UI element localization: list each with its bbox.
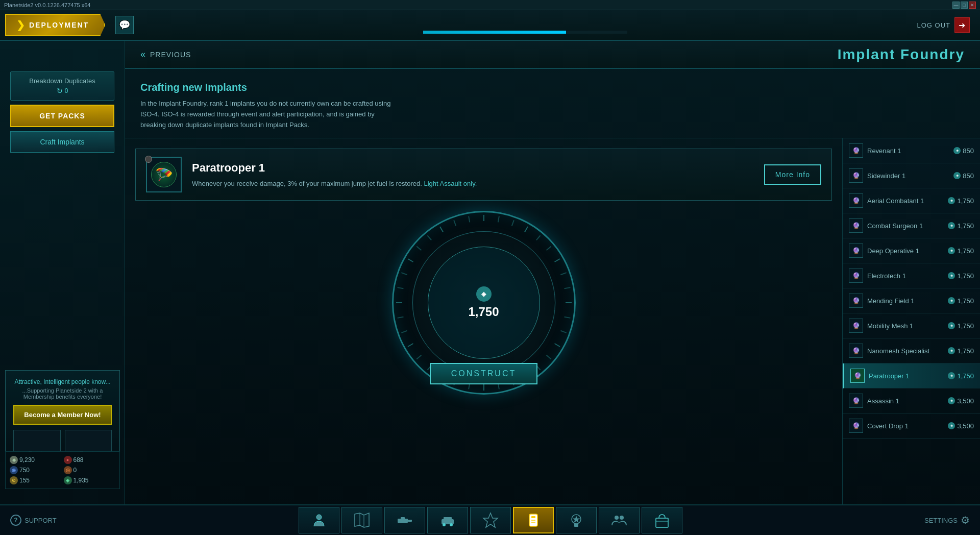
tab-achievements[interactable] bbox=[556, 507, 597, 533]
implant-list-name: Mending Field 1 bbox=[867, 297, 944, 305]
tab-implants[interactable] bbox=[513, 507, 554, 533]
implant-cost-value: 1,750 bbox=[957, 372, 974, 380]
character-icon bbox=[311, 512, 327, 528]
svg-line-32 bbox=[427, 236, 431, 240]
implant-list-item[interactable]: 🔮Sidewinder 1◈850 bbox=[843, 163, 980, 188]
implant-cost-value: 1,750 bbox=[957, 222, 974, 230]
crafting-title: Crafting new Implants bbox=[140, 82, 965, 93]
svg-point-40 bbox=[316, 515, 322, 520]
page-title: Implant Foundry bbox=[838, 46, 965, 63]
implant-list-cost-area: ◈1,750 bbox=[948, 222, 974, 230]
nanites-value: 9,230 bbox=[19, 456, 35, 464]
implant-list-cost-area: ◈1,750 bbox=[948, 247, 974, 255]
implant-list-item[interactable]: 🔮Paratrooper 1◈1,750 bbox=[843, 363, 980, 388]
maximize-button[interactable]: □ bbox=[961, 2, 968, 9]
logout-button[interactable]: LOG OUT ➜ bbox=[917, 17, 970, 33]
craft-implants-button[interactable]: Craft Implants bbox=[10, 131, 114, 153]
implant-list-name: Aerial Combatant 1 bbox=[867, 197, 944, 205]
tab-map[interactable] bbox=[341, 507, 382, 533]
craft-center: ◈ 1,750 bbox=[428, 247, 540, 359]
support-label: SUPPORT bbox=[24, 517, 57, 524]
previous-arrows-icon: « bbox=[140, 49, 146, 60]
currency-blue: ◉ 750 bbox=[10, 466, 62, 474]
previous-button[interactable]: « PREVIOUS bbox=[140, 49, 191, 60]
implant-list-cost-area: ◈1,750 bbox=[948, 372, 974, 380]
get-packs-button[interactable]: GET PACKS bbox=[10, 105, 114, 127]
implant-cost-icon: ◈ bbox=[948, 222, 955, 229]
svg-line-6 bbox=[554, 259, 559, 262]
settings-button[interactable]: SETTINGS ⚙ bbox=[924, 514, 970, 526]
implant-list-icon: 🔮 bbox=[849, 419, 863, 433]
class-note: Light Assault only. bbox=[424, 180, 477, 187]
window-controls: — □ ✕ bbox=[952, 2, 976, 9]
svg-line-13 bbox=[546, 355, 551, 359]
implant-cost-icon: ◈ bbox=[948, 297, 955, 304]
chat-button[interactable]: 💬 bbox=[115, 16, 134, 34]
svg-line-1 bbox=[498, 216, 499, 223]
chat-icon: 💬 bbox=[119, 19, 130, 31]
vehicles-icon bbox=[439, 512, 456, 528]
social-icon bbox=[611, 512, 627, 528]
implant-cost-icon: ◈ bbox=[948, 347, 955, 354]
implant-cost-value: 1,750 bbox=[957, 322, 974, 330]
implant-list-item[interactable]: 🔮Nanomesh Specialist◈1,750 bbox=[843, 338, 980, 363]
close-button[interactable]: ✕ bbox=[969, 2, 976, 9]
implant-list-name: Covert Drop 1 bbox=[867, 422, 944, 430]
tab-loadout[interactable] bbox=[384, 507, 425, 533]
svg-line-12 bbox=[554, 344, 559, 347]
implant-list-item[interactable]: 🔮Assassin 1◈3,500 bbox=[843, 388, 980, 414]
implant-cost-value: 1,750 bbox=[957, 297, 974, 305]
svg-line-10 bbox=[564, 317, 570, 318]
tab-vehicles[interactable] bbox=[427, 507, 468, 533]
gold-value: 155 bbox=[19, 477, 30, 484]
implant-list-item[interactable]: 🔮Mending Field 1◈1,750 bbox=[843, 288, 980, 313]
svg-line-7 bbox=[560, 273, 566, 275]
implant-list-icon: 🔮 bbox=[849, 193, 863, 208]
implant-list-icon: 🔮 bbox=[849, 269, 863, 283]
implant-list-item[interactable]: 🔮Mobility Mesh 1◈1,750 bbox=[843, 313, 980, 338]
crafting-description: In the Implant Foundry, rank 1 implants … bbox=[140, 99, 396, 130]
implant-cost-icon: ◈ bbox=[948, 397, 955, 404]
implant-list-item[interactable]: 🔮Aerial Combatant 1◈1,750 bbox=[843, 188, 980, 213]
tab-social[interactable] bbox=[599, 507, 640, 533]
implant-cost-value: 1,750 bbox=[957, 347, 974, 355]
loadout-icon bbox=[397, 512, 413, 528]
deployment-button[interactable]: ❯ DEPLOYMENT bbox=[5, 14, 105, 36]
implant-list-icon: 🔮 bbox=[850, 369, 865, 383]
tab-character[interactable] bbox=[299, 507, 339, 533]
tab-directives[interactable] bbox=[470, 507, 511, 533]
svg-rect-61 bbox=[656, 518, 668, 527]
implant-list-name: Mobility Mesh 1 bbox=[867, 322, 944, 330]
breakdown-number: 0 bbox=[65, 87, 68, 94]
tab-store[interactable] bbox=[642, 507, 682, 533]
minimize-button[interactable]: — bbox=[952, 2, 960, 9]
breakdown-duplicates-button[interactable]: Breakdown Duplicates ↻ 0 bbox=[10, 71, 114, 101]
logout-icon: ➜ bbox=[954, 17, 970, 33]
construct-button[interactable]: CONSTRUCT bbox=[430, 363, 537, 384]
implant-list-item[interactable]: 🔮Covert Drop 1◈3,500 bbox=[843, 414, 980, 439]
window-title: Planetside2 v0.0.1226.477475 x64 bbox=[4, 2, 90, 8]
red-value: 688 bbox=[74, 456, 84, 464]
svg-marker-57 bbox=[572, 516, 580, 523]
svg-point-59 bbox=[615, 516, 619, 520]
implant-list-cost-area: ◈3,500 bbox=[948, 422, 974, 430]
implant-list-item[interactable]: 🔮Deep Operative 1◈1,750 bbox=[843, 238, 980, 263]
implant-list-icon: 🔮 bbox=[849, 294, 863, 308]
support-button[interactable]: ? SUPPORT bbox=[10, 515, 57, 526]
implant-list-item[interactable]: 🔮Revenant 1◈850 bbox=[843, 138, 980, 163]
implant-list-item[interactable]: 🔮Combat Surgeon 1◈1,750 bbox=[843, 213, 980, 238]
nav-center bbox=[134, 17, 917, 34]
implant-cost-icon: ◈ bbox=[953, 147, 961, 154]
currency-bar: ◆ 9,230 ● 688 ◉ 750 ◎ 0 ⊙ 155 ◈ 1,935 bbox=[5, 451, 120, 489]
crafting-info: Crafting new Implants In the Implant Fou… bbox=[125, 69, 980, 138]
implant-list-name: Electrotech 1 bbox=[867, 272, 944, 280]
implant-list-name: Deep Operative 1 bbox=[867, 247, 944, 255]
implant-cost-value: 1,750 bbox=[957, 247, 974, 255]
svg-rect-46 bbox=[401, 517, 405, 519]
implant-center: 🪂 Paratrooper 1 Whenever you receive dam… bbox=[125, 138, 842, 525]
settings-label: SETTINGS bbox=[924, 517, 958, 524]
implant-list-item[interactable]: 🔮Electrotech 1◈1,750 bbox=[843, 263, 980, 288]
become-member-button[interactable]: Become a Member Now! bbox=[13, 405, 112, 425]
more-info-button[interactable]: More Info bbox=[764, 164, 821, 185]
svg-line-28 bbox=[397, 288, 403, 289]
